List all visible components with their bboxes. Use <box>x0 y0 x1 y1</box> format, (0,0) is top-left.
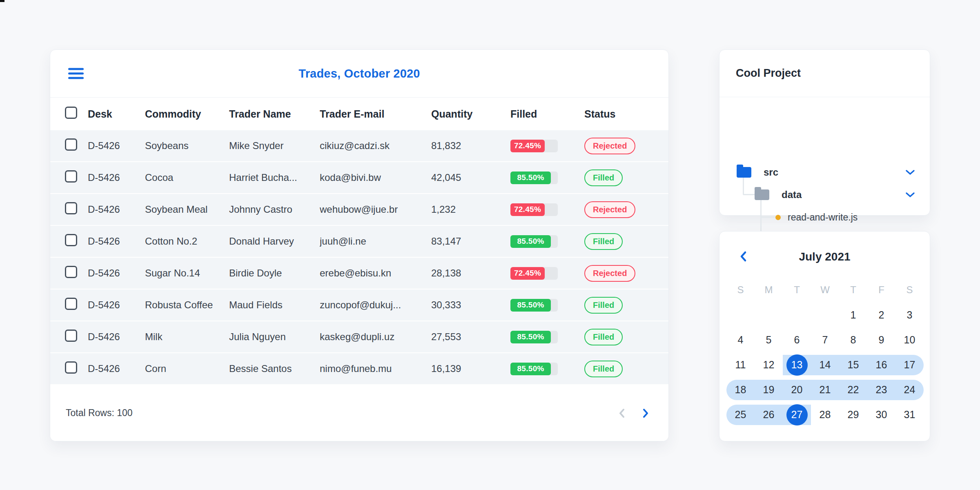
calendar-day[interactable]: 26 <box>755 402 783 427</box>
calendar-day[interactable]: 10 <box>895 327 924 352</box>
calendar-day[interactable]: 9 <box>867 327 895 352</box>
chevron-left-icon[interactable] <box>617 407 627 419</box>
calendar-day[interactable]: 8 <box>839 327 867 352</box>
calendar-day[interactable]: 25 <box>726 402 755 427</box>
cell-trader-name: Harriet Bucha... <box>229 172 320 183</box>
total-rows-label: Total Rows: 100 <box>66 408 133 419</box>
table-row: D-5426 Corn Bessie Santos nimo@funeb.mu … <box>50 353 668 385</box>
filled-bar-label: 85.50% <box>517 364 544 373</box>
table-row: D-5426 Soybeans Mike Snyder cikiuz@cadzi… <box>50 130 668 162</box>
chevron-down-icon[interactable] <box>905 192 915 198</box>
filled-bar-label: 85.50% <box>517 237 544 246</box>
calendar-empty-cell <box>811 303 839 327</box>
tree-folder-data[interactable]: data <box>719 186 931 204</box>
calendar-day[interactable]: 31 <box>895 402 924 427</box>
filled-bar-fill: 85.50% <box>510 299 551 312</box>
calendar-day[interactable]: 29 <box>839 402 867 427</box>
cell-quantity: 1,232 <box>431 204 510 215</box>
status-badge: Rejected <box>584 265 635 282</box>
calendar-day[interactable]: 30 <box>867 402 895 427</box>
calendar-day[interactable]: 2 <box>867 303 895 327</box>
cell-commodity: Cocoa <box>145 172 229 183</box>
calendar-empty-cell <box>783 303 811 327</box>
select-all-checkbox[interactable] <box>65 107 77 119</box>
calendar-day-header: T <box>839 277 867 303</box>
calendar-day[interactable]: 4 <box>726 327 755 352</box>
cell-trader-email: kaskeg@dupli.uz <box>320 331 431 343</box>
calendar-day[interactable]: 13 <box>783 352 811 377</box>
column-header-trader-email: Trader E-mail <box>320 108 431 120</box>
calendar-day[interactable]: 18 <box>726 377 755 402</box>
row-checkbox[interactable] <box>65 298 77 310</box>
row-checkbox[interactable] <box>65 361 77 374</box>
row-checkbox[interactable] <box>65 330 77 342</box>
filled-bar-label: 85.50% <box>517 332 544 341</box>
row-checkbox[interactable] <box>65 266 77 278</box>
status-badge: Filled <box>584 361 623 377</box>
calendar-day[interactable]: 21 <box>811 377 839 402</box>
calendar-day[interactable]: 20 <box>783 377 811 402</box>
calendar-day[interactable]: 7 <box>811 327 839 352</box>
status-badge: Filled <box>584 169 623 186</box>
calendar-day-header: W <box>811 277 839 303</box>
calendar-day[interactable]: 14 <box>811 352 839 377</box>
filled-bar-fill: 72.45% <box>510 203 545 216</box>
table-row: D-5426 Sugar No.14 Birdie Doyle erebe@eb… <box>50 258 668 290</box>
calendar-day[interactable]: 12 <box>755 352 783 377</box>
filled-progress-bar: 85.50% <box>510 299 558 312</box>
row-checkbox[interactable] <box>65 170 77 183</box>
calendar-day[interactable]: 15 <box>839 352 867 377</box>
cell-commodity: Corn <box>145 363 229 374</box>
calendar-day[interactable]: 22 <box>839 377 867 402</box>
calendar-day[interactable]: 17 <box>895 352 924 377</box>
row-checkbox[interactable] <box>65 138 77 151</box>
status-badge: Rejected <box>584 201 635 218</box>
table-footer: Total Rows: 100 <box>50 385 668 441</box>
calendar-week-row: 45678910 <box>726 327 924 352</box>
calendar-day[interactable]: 1 <box>839 303 867 327</box>
cell-trader-name: Julia Nguyen <box>229 331 320 343</box>
cell-desk: D-5426 <box>88 140 145 151</box>
filled-progress-bar: 72.45% <box>510 203 558 216</box>
table-row: D-5426 Soybean Meal Johnny Castro wehubo… <box>50 194 668 226</box>
chevron-down-icon[interactable] <box>905 169 915 175</box>
calendar-day[interactable]: 24 <box>895 377 924 402</box>
cell-trader-email: wehubow@ijue.br <box>320 204 431 215</box>
table-row: D-5426 Milk Julia Nguyen kaskeg@dupli.uz… <box>50 321 668 353</box>
filled-bar-fill: 85.50% <box>510 363 551 375</box>
calendar-day[interactable]: 27 <box>783 402 811 427</box>
cell-trader-name: Maud Fields <box>229 299 320 311</box>
calendar-day[interactable]: 16 <box>867 352 895 377</box>
trades-table-body: D-5426 Soybeans Mike Snyder cikiuz@cadzi… <box>50 130 668 385</box>
table-row: D-5426 Cotton No.2 Donald Harvey juuh@li… <box>50 226 668 258</box>
calendar-day[interactable]: 28 <box>811 402 839 427</box>
calendar-day-header: M <box>755 277 783 303</box>
row-checkbox[interactable] <box>65 234 77 246</box>
calendar-day[interactable]: 11 <box>726 352 755 377</box>
column-header-filled: Filled <box>510 108 584 120</box>
cell-desk: D-5426 <box>88 267 145 279</box>
tree-file-read-and-write[interactable]: read-and-write.js <box>719 208 931 226</box>
cell-desk: D-5426 <box>88 172 145 183</box>
chevron-right-icon[interactable] <box>641 407 650 419</box>
cell-desk: D-5426 <box>88 236 145 247</box>
filled-bar-fill: 85.50% <box>510 235 551 248</box>
cell-quantity: 30,333 <box>431 299 510 311</box>
status-badge: Filled <box>584 233 623 250</box>
tree-folder-src[interactable]: src <box>719 163 931 181</box>
filled-bar-label: 72.45% <box>514 141 541 150</box>
calendar-day[interactable]: 3 <box>895 303 924 327</box>
cell-commodity: Robusta Coffee <box>145 299 229 311</box>
row-checkbox[interactable] <box>65 202 77 214</box>
calendar-day[interactable]: 19 <box>755 377 783 402</box>
folder-icon <box>755 189 769 200</box>
calendar-day[interactable]: 5 <box>755 327 783 352</box>
cell-desk: D-5426 <box>88 204 145 215</box>
cell-quantity: 83,147 <box>431 236 510 247</box>
calendar-day[interactable]: 6 <box>783 327 811 352</box>
calendar-empty-cell <box>755 303 783 327</box>
cell-quantity: 42,045 <box>431 172 510 183</box>
calendar-day[interactable]: 23 <box>867 377 895 402</box>
calendar-prev-month-icon[interactable] <box>739 250 747 263</box>
filled-bar-fill: 72.45% <box>510 140 545 152</box>
